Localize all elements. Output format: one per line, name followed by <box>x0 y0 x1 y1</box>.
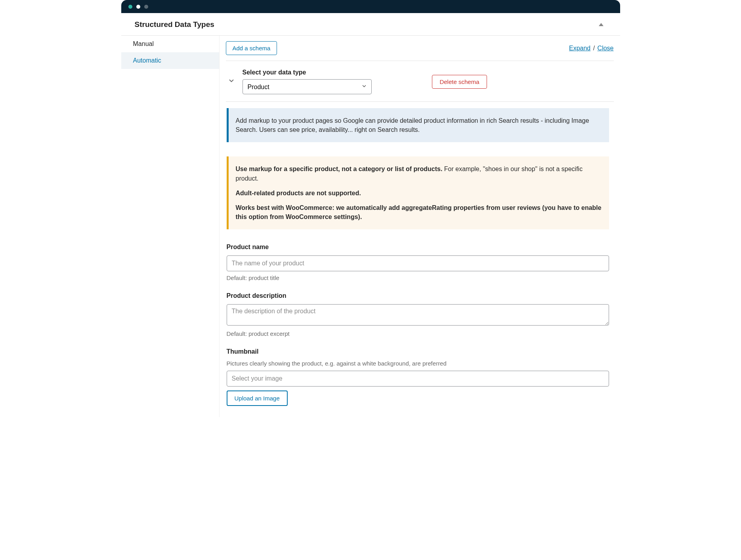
info-notice-text: Add markup to your product pages so Goog… <box>236 117 589 133</box>
product-description-hint: Default: product excerpt <box>227 330 609 337</box>
sidebar: Manual Automatic <box>121 36 220 417</box>
info-notice: Add markup to your product pages so Goog… <box>227 108 609 142</box>
product-description-input[interactable] <box>227 304 609 326</box>
data-type-label: Select your data type <box>243 69 372 76</box>
thumbnail-input[interactable] <box>227 371 609 387</box>
thumbnail-sublabel: Pictures clearly showing the product, e.… <box>227 360 609 367</box>
window-control-close[interactable] <box>128 5 132 9</box>
panel-title: Structured Data Types <box>135 20 214 29</box>
window-control-minimize[interactable] <box>136 5 140 9</box>
sidebar-item-manual[interactable]: Manual <box>121 36 219 52</box>
product-name-field: Product name Default: product title <box>227 244 609 281</box>
delete-schema-button[interactable]: Delete schema <box>432 75 487 89</box>
link-separator: / <box>590 45 597 51</box>
product-description-field: Product description Default: product exc… <box>227 292 609 337</box>
sidebar-item-label: Automatic <box>133 57 161 64</box>
window: Structured Data Types Manual Automatic A… <box>121 0 620 417</box>
toolbar-links: Expand / Close <box>569 45 614 52</box>
product-name-hint: Default: product title <box>227 274 609 281</box>
product-name-label: Product name <box>227 244 609 251</box>
titlebar <box>121 0 620 13</box>
warning-line-1: Use markup for a specific product, not a… <box>236 164 602 183</box>
warning-line-3: Works best with WooCommerce: we automati… <box>236 203 602 221</box>
product-description-label: Product description <box>227 292 609 299</box>
data-type-group: Select your data type Product <box>243 69 372 94</box>
add-schema-button[interactable]: Add a schema <box>226 41 277 55</box>
thumbnail-label: Thumbnail <box>227 348 609 355</box>
data-type-select-wrap: Product <box>243 79 372 94</box>
warning-line-2: Adult-related products are not supported… <box>236 189 602 198</box>
data-type-select[interactable]: Product <box>243 79 372 94</box>
schema-block: Select your data type Product Delete sch… <box>226 61 614 102</box>
expand-link[interactable]: Expand <box>569 45 590 51</box>
upload-image-button[interactable]: Upload an Image <box>227 390 288 406</box>
sidebar-item-label: Manual <box>133 40 154 47</box>
main-content: Add a schema Expand / Close Select your … <box>220 36 620 417</box>
schema-content: Add markup to your product pages so Goog… <box>226 102 614 406</box>
close-link[interactable]: Close <box>598 45 614 51</box>
warning-notice: Use markup for a specific product, not a… <box>227 156 609 229</box>
chevron-down-icon[interactable] <box>226 77 235 86</box>
panel-header: Structured Data Types <box>121 13 620 36</box>
window-control-zoom[interactable] <box>144 5 148 9</box>
collapse-toggle-icon[interactable] <box>599 23 603 26</box>
thumbnail-field: Thumbnail Pictures clearly showing the p… <box>227 348 609 406</box>
toolbar: Add a schema Expand / Close <box>226 41 614 61</box>
product-name-input[interactable] <box>227 255 609 271</box>
panel-body: Manual Automatic Add a schema Expand / C… <box>121 36 620 417</box>
sidebar-item-automatic[interactable]: Automatic <box>121 52 219 69</box>
schema-head: Select your data type Product Delete sch… <box>226 61 614 101</box>
